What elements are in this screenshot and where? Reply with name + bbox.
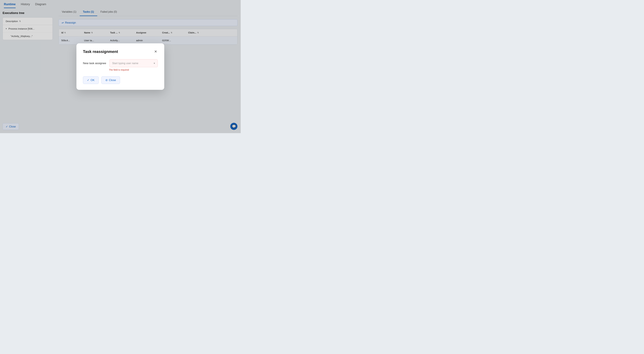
assignee-select-placeholder: Start typing user name [112, 62, 138, 65]
assignee-field-row: New task assignee Start typing user name… [83, 59, 158, 67]
close-modal-label: Close [109, 79, 116, 82]
modal-body: New task assignee Start typing user name… [83, 59, 158, 71]
field-error-message: The field is required [83, 68, 158, 71]
modal-overlay: Task reassignment ✕ New task assignee St… [0, 0, 241, 133]
modal-footer: ✓ OK ⊘ Close [83, 76, 158, 84]
modal-header: Task reassignment ✕ [83, 49, 158, 54]
ban-icon: ⊘ [106, 78, 108, 82]
task-reassignment-modal: Task reassignment ✕ New task assignee St… [76, 43, 164, 90]
chevron-down-icon: ▾ [154, 62, 155, 65]
modal-close-button[interactable]: ✕ [154, 49, 158, 54]
assignee-select[interactable]: Start typing user name ▾ [110, 59, 158, 67]
ok-button[interactable]: ✓ OK [83, 76, 99, 84]
modal-title: Task reassignment [83, 49, 118, 54]
ok-label: OK [90, 79, 95, 82]
assignee-field-label: New task assignee [83, 62, 106, 65]
check-icon: ✓ [87, 78, 89, 82]
close-modal-button[interactable]: ⊘ Close [101, 76, 120, 84]
